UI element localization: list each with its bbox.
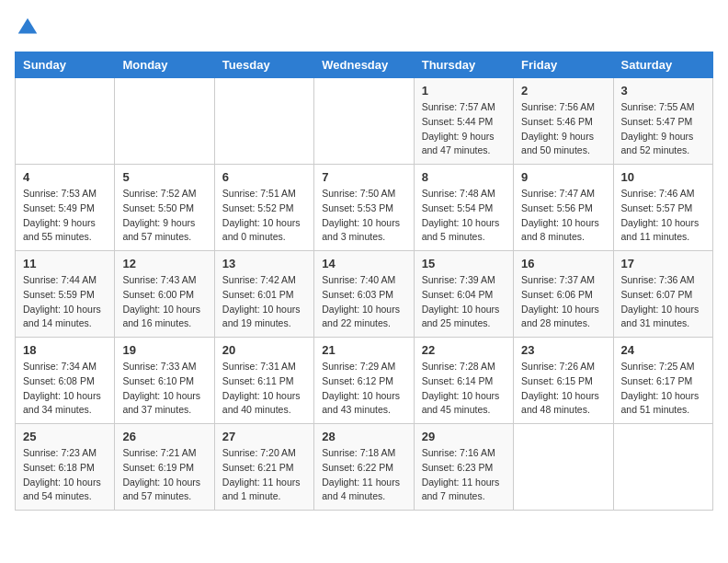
day-number: 3 xyxy=(621,84,705,98)
calendar-cell xyxy=(214,78,313,165)
calendar-cell: 20Sunrise: 7:31 AMSunset: 6:11 PMDayligh… xyxy=(214,338,313,424)
day-number: 7 xyxy=(322,170,405,184)
calendar-row-5: 25Sunrise: 7:23 AMSunset: 6:18 PMDayligh… xyxy=(16,424,713,511)
calendar-cell: 7Sunrise: 7:50 AMSunset: 5:53 PMDaylight… xyxy=(314,165,414,251)
day-info: Sunrise: 7:50 AMSunset: 5:53 PMDaylight:… xyxy=(322,187,405,245)
day-number: 17 xyxy=(621,257,705,270)
calendar-cell: 4Sunrise: 7:53 AMSunset: 5:49 PMDaylight… xyxy=(16,165,115,251)
day-info: Sunrise: 7:46 AMSunset: 5:57 PMDaylight:… xyxy=(621,187,705,245)
calendar-cell: 12Sunrise: 7:43 AMSunset: 6:00 PMDayligh… xyxy=(115,251,214,338)
calendar-cell: 24Sunrise: 7:25 AMSunset: 6:17 PMDayligh… xyxy=(613,338,712,424)
calendar-cell: 13Sunrise: 7:42 AMSunset: 6:01 PMDayligh… xyxy=(214,251,313,338)
day-info: Sunrise: 7:55 AMSunset: 5:47 PMDaylight:… xyxy=(621,100,705,158)
day-number: 9 xyxy=(521,170,605,184)
column-header-wednesday: Wednesday xyxy=(314,52,414,78)
header-row: SundayMondayTuesdayWednesdayThursdayFrid… xyxy=(16,52,713,78)
day-info: Sunrise: 7:51 AMSunset: 5:52 PMDaylight:… xyxy=(222,187,306,245)
calendar-cell xyxy=(115,78,214,165)
day-info: Sunrise: 7:33 AMSunset: 6:10 PMDaylight:… xyxy=(122,360,206,418)
column-header-friday: Friday xyxy=(514,52,613,78)
calendar-cell: 23Sunrise: 7:26 AMSunset: 6:15 PMDayligh… xyxy=(514,338,613,424)
day-number: 22 xyxy=(422,343,506,357)
day-number: 20 xyxy=(222,343,306,357)
calendar-cell: 25Sunrise: 7:23 AMSunset: 6:18 PMDayligh… xyxy=(16,424,115,511)
day-number: 24 xyxy=(621,343,705,357)
calendar-cell: 1Sunrise: 7:57 AMSunset: 5:44 PMDaylight… xyxy=(414,78,513,165)
calendar-cell: 15Sunrise: 7:39 AMSunset: 6:04 PMDayligh… xyxy=(414,251,513,338)
day-number: 6 xyxy=(222,170,306,184)
day-number: 19 xyxy=(122,343,206,357)
day-number: 11 xyxy=(23,257,107,270)
column-header-saturday: Saturday xyxy=(613,52,712,78)
day-number: 15 xyxy=(422,257,506,270)
page-header xyxy=(15,15,713,40)
day-info: Sunrise: 7:21 AMSunset: 6:19 PMDaylight:… xyxy=(122,446,206,504)
day-info: Sunrise: 7:25 AMSunset: 6:17 PMDaylight:… xyxy=(621,360,705,418)
calendar-cell: 5Sunrise: 7:52 AMSunset: 5:50 PMDaylight… xyxy=(115,165,214,251)
calendar-cell: 19Sunrise: 7:33 AMSunset: 6:10 PMDayligh… xyxy=(115,338,214,424)
day-number: 5 xyxy=(122,170,206,184)
calendar-cell: 28Sunrise: 7:18 AMSunset: 6:22 PMDayligh… xyxy=(314,424,414,511)
calendar-cell: 2Sunrise: 7:56 AMSunset: 5:46 PMDaylight… xyxy=(514,78,613,165)
day-info: Sunrise: 7:52 AMSunset: 5:50 PMDaylight:… xyxy=(122,187,206,245)
day-info: Sunrise: 7:40 AMSunset: 6:03 PMDaylight:… xyxy=(322,273,405,331)
day-number: 4 xyxy=(23,170,107,184)
day-number: 1 xyxy=(422,84,506,98)
day-number: 10 xyxy=(621,170,705,184)
day-info: Sunrise: 7:31 AMSunset: 6:11 PMDaylight:… xyxy=(222,360,306,418)
day-info: Sunrise: 7:34 AMSunset: 6:08 PMDaylight:… xyxy=(23,360,107,418)
logo-icon xyxy=(15,15,40,40)
calendar-cell: 3Sunrise: 7:55 AMSunset: 5:47 PMDaylight… xyxy=(613,78,712,165)
day-info: Sunrise: 7:43 AMSunset: 6:00 PMDaylight:… xyxy=(122,273,206,331)
day-number: 21 xyxy=(322,343,405,357)
column-header-thursday: Thursday xyxy=(414,52,513,78)
day-number: 23 xyxy=(521,343,605,357)
day-info: Sunrise: 7:26 AMSunset: 6:15 PMDaylight:… xyxy=(521,360,605,418)
calendar-cell: 17Sunrise: 7:36 AMSunset: 6:07 PMDayligh… xyxy=(613,251,712,338)
calendar-cell xyxy=(514,424,613,511)
day-number: 12 xyxy=(122,257,206,270)
calendar-cell: 29Sunrise: 7:16 AMSunset: 6:23 PMDayligh… xyxy=(414,424,513,511)
calendar-cell xyxy=(613,424,712,511)
calendar-table: SundayMondayTuesdayWednesdayThursdayFrid… xyxy=(15,52,713,511)
calendar-cell: 21Sunrise: 7:29 AMSunset: 6:12 PMDayligh… xyxy=(314,338,414,424)
day-info: Sunrise: 7:16 AMSunset: 6:23 PMDaylight:… xyxy=(422,446,506,504)
column-header-tuesday: Tuesday xyxy=(214,52,313,78)
calendar-row-4: 18Sunrise: 7:34 AMSunset: 6:08 PMDayligh… xyxy=(16,338,713,424)
calendar-cell: 14Sunrise: 7:40 AMSunset: 6:03 PMDayligh… xyxy=(314,251,414,338)
day-info: Sunrise: 7:29 AMSunset: 6:12 PMDaylight:… xyxy=(322,360,405,418)
calendar-cell: 18Sunrise: 7:34 AMSunset: 6:08 PMDayligh… xyxy=(16,338,115,424)
day-info: Sunrise: 7:28 AMSunset: 6:14 PMDaylight:… xyxy=(422,360,506,418)
calendar-row-1: 1Sunrise: 7:57 AMSunset: 5:44 PMDaylight… xyxy=(16,78,713,165)
day-number: 29 xyxy=(422,430,506,443)
day-info: Sunrise: 7:44 AMSunset: 5:59 PMDaylight:… xyxy=(23,273,107,331)
day-number: 16 xyxy=(521,257,605,270)
calendar-cell: 9Sunrise: 7:47 AMSunset: 5:56 PMDaylight… xyxy=(514,165,613,251)
day-number: 26 xyxy=(122,430,206,443)
day-info: Sunrise: 7:18 AMSunset: 6:22 PMDaylight:… xyxy=(322,446,405,504)
day-number: 28 xyxy=(322,430,405,443)
day-number: 25 xyxy=(23,430,107,443)
calendar-row-3: 11Sunrise: 7:44 AMSunset: 5:59 PMDayligh… xyxy=(16,251,713,338)
calendar-cell: 6Sunrise: 7:51 AMSunset: 5:52 PMDaylight… xyxy=(214,165,313,251)
day-info: Sunrise: 7:39 AMSunset: 6:04 PMDaylight:… xyxy=(422,273,506,331)
day-number: 13 xyxy=(222,257,306,270)
logo xyxy=(15,15,44,40)
calendar-cell: 16Sunrise: 7:37 AMSunset: 6:06 PMDayligh… xyxy=(514,251,613,338)
calendar-cell: 10Sunrise: 7:46 AMSunset: 5:57 PMDayligh… xyxy=(613,165,712,251)
day-info: Sunrise: 7:56 AMSunset: 5:46 PMDaylight:… xyxy=(521,100,605,158)
day-info: Sunrise: 7:57 AMSunset: 5:44 PMDaylight:… xyxy=(422,100,506,158)
calendar-cell: 22Sunrise: 7:28 AMSunset: 6:14 PMDayligh… xyxy=(414,338,513,424)
svg-marker-0 xyxy=(18,18,38,34)
calendar-cell: 8Sunrise: 7:48 AMSunset: 5:54 PMDaylight… xyxy=(414,165,513,251)
calendar-cell: 26Sunrise: 7:21 AMSunset: 6:19 PMDayligh… xyxy=(115,424,214,511)
calendar-row-2: 4Sunrise: 7:53 AMSunset: 5:49 PMDaylight… xyxy=(16,165,713,251)
column-header-sunday: Sunday xyxy=(16,52,115,78)
day-number: 14 xyxy=(322,257,405,270)
day-info: Sunrise: 7:23 AMSunset: 6:18 PMDaylight:… xyxy=(23,446,107,504)
calendar-cell xyxy=(314,78,414,165)
day-info: Sunrise: 7:20 AMSunset: 6:21 PMDaylight:… xyxy=(222,446,306,504)
day-info: Sunrise: 7:36 AMSunset: 6:07 PMDaylight:… xyxy=(621,273,705,331)
day-info: Sunrise: 7:48 AMSunset: 5:54 PMDaylight:… xyxy=(422,187,506,245)
day-info: Sunrise: 7:37 AMSunset: 6:06 PMDaylight:… xyxy=(521,273,605,331)
